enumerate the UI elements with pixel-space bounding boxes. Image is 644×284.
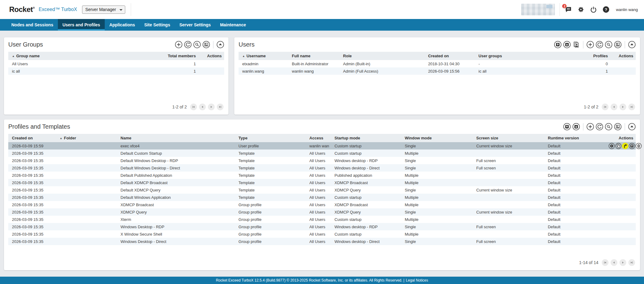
table-row[interactable]: 2026-03-09 15:35Windows Desktop - Direct… (8, 238, 636, 245)
table-row[interactable]: 2026-03-09 15:35Default XDMCP BroadcastT… (8, 179, 636, 186)
table-cell (474, 201, 545, 208)
column-header-access[interactable]: Access (307, 134, 332, 142)
logout-power-icon[interactable] (589, 6, 597, 13)
column-header-total-members[interactable]: Total members (157, 52, 198, 60)
page-prev-button[interactable] (199, 104, 206, 110)
app-switcher-select[interactable]: Server Manager (82, 6, 125, 14)
settings-action-icon[interactable] (608, 143, 615, 149)
nav-tab-site-settings[interactable]: Site Settings (140, 19, 175, 31)
download-icon[interactable] (572, 123, 580, 131)
nav-tab-users-and-profiles[interactable]: Users and Profiles (58, 19, 105, 31)
column-header-folder[interactable]: ▲Folder (57, 134, 118, 142)
details-icon[interactable] (614, 123, 622, 131)
column-header-full-name[interactable]: Full name (289, 52, 341, 60)
details-icon[interactable] (614, 41, 622, 48)
page-last-button[interactable] (628, 259, 635, 266)
search-icon[interactable] (605, 123, 612, 131)
import-users-icon[interactable] (572, 41, 580, 48)
page-first-button[interactable] (602, 104, 608, 110)
column-header-window-mode[interactable]: Window mode (402, 134, 474, 142)
page-next-button[interactable] (208, 104, 215, 110)
column-header-startup-mode[interactable]: Startup mode (332, 134, 402, 142)
table-cell: Template (236, 157, 307, 164)
column-header-profiles[interactable]: Profiles (589, 52, 610, 60)
table-row[interactable]: 2026-03-09 15:35X Window Secure ShellGro… (8, 230, 636, 238)
help-icon[interactable]: ? (602, 6, 610, 13)
table-cell: Windows Desktop - RDP (118, 223, 236, 230)
search-icon[interactable] (605, 41, 612, 48)
column-label: Username (247, 54, 266, 58)
collapse-icon[interactable] (217, 41, 224, 48)
current-username[interactable]: wanlin wang (616, 7, 638, 12)
column-header-created-on[interactable]: Created on (8, 134, 57, 142)
table-row[interactable]: All Users1 (8, 60, 224, 67)
page-first-button[interactable] (190, 104, 197, 110)
notifications-icon[interactable]: 2 (564, 6, 572, 13)
nav-tab-nodes-and-sessions[interactable]: Nodes and Sessions (7, 19, 58, 31)
product-name: Exceed™ TurboX (39, 7, 77, 12)
page-prev-button[interactable] (611, 259, 617, 266)
refresh-icon[interactable] (596, 123, 603, 131)
column-header-actions[interactable]: Actions (606, 134, 636, 142)
table-row[interactable]: 2026-03-09 15:35XtermGroup profileAll Us… (8, 216, 636, 223)
details-icon[interactable] (202, 41, 210, 48)
column-label: Actions (619, 136, 633, 140)
collapse-icon[interactable] (628, 123, 636, 131)
table-cell: Group profile (236, 230, 307, 238)
table-row[interactable]: 2026-03-09 15:59exec xfce4User profilewa… (8, 142, 636, 150)
refresh-icon[interactable] (184, 41, 192, 48)
page-first-button[interactable] (602, 259, 608, 266)
page-prev-button[interactable] (611, 104, 617, 110)
nav-tab-maintenance[interactable]: Maintenance (215, 19, 250, 31)
table-cell: Custom startup (332, 150, 402, 157)
page-next-button[interactable] (620, 259, 626, 266)
column-header-username[interactable]: ▲Username (239, 52, 289, 60)
upload-icon[interactable] (563, 123, 571, 131)
table-row[interactable]: 2026-03-09 15:35XDMCP QueryGroup profile… (8, 208, 636, 216)
column-header-user-groups[interactable]: User groups (476, 52, 589, 60)
export-action-icon[interactable] (629, 143, 635, 149)
column-header-actions[interactable]: Actions (198, 52, 224, 60)
table-row[interactable]: 2026-03-09 15:35Default Custom StartupTe… (8, 150, 636, 157)
column-header-name[interactable]: Name (118, 134, 236, 142)
page-last-button[interactable] (217, 104, 224, 110)
delete-action-icon[interactable] (635, 143, 642, 149)
table-row[interactable]: 2026-03-09 15:35Default Windows Applicat… (8, 194, 636, 201)
legal-notices-link[interactable]: Legal Notices (406, 278, 428, 282)
table-row[interactable]: 2026-03-09 15:35Default Windows Desktop … (8, 164, 636, 172)
table-row[interactable]: 2026-03-09 15:35Default Published Applic… (8, 172, 636, 179)
nav-tab-server-settings[interactable]: Server Settings (175, 19, 216, 31)
launch-action-icon[interactable] (622, 143, 628, 149)
search-icon[interactable] (193, 41, 201, 48)
add-icon[interactable] (586, 123, 594, 131)
table-row[interactable]: 2026-03-09 15:35XDMCP BroadcastGroup pro… (8, 201, 636, 208)
page-last-button[interactable] (628, 104, 635, 110)
copy-action-icon[interactable] (615, 143, 622, 149)
column-header-actions[interactable]: Actions (610, 52, 636, 60)
column-header-group-name[interactable]: ▲Group name (8, 52, 157, 60)
upload-icon[interactable] (554, 41, 562, 48)
table-row[interactable]: 2026-03-09 15:35Default Windows Desktop … (8, 157, 636, 164)
column-header-type[interactable]: Type (236, 134, 307, 142)
table-row[interactable]: etxadminBuilt-in AdministratorAdmin (Bui… (239, 60, 636, 67)
page-next-button[interactable] (620, 104, 626, 110)
table-cell (606, 179, 636, 186)
column-header-created-on[interactable]: Created on (426, 52, 476, 60)
download-icon[interactable] (563, 41, 571, 48)
table-cell: Group profile (236, 208, 307, 216)
column-header-runtime-version[interactable]: Runtime version (545, 134, 606, 142)
table-row[interactable]: wanlin.wangwanlin wangAdmin (Full Access… (239, 67, 636, 75)
column-header-screen-size[interactable]: Screen size (474, 134, 545, 142)
nav-tab-applications[interactable]: Applications (105, 19, 140, 31)
settings-gear-icon[interactable] (577, 6, 585, 13)
table-row[interactable]: 2026-03-09 15:35Windows Desktop - RDPGro… (8, 223, 636, 230)
table-cell: 2026-03-09 15:35 (8, 208, 57, 216)
collapse-icon[interactable] (628, 41, 636, 48)
refresh-icon[interactable] (596, 41, 603, 48)
table-row[interactable]: ic all1 (8, 67, 224, 75)
add-icon[interactable] (586, 41, 594, 48)
add-icon[interactable] (175, 41, 183, 48)
column-header-role[interactable]: Role (341, 52, 426, 60)
table-cell: XDMCP Query (118, 208, 236, 216)
table-row[interactable]: 2026-03-09 15:35Default XDMCP QueryTempl… (8, 186, 636, 194)
